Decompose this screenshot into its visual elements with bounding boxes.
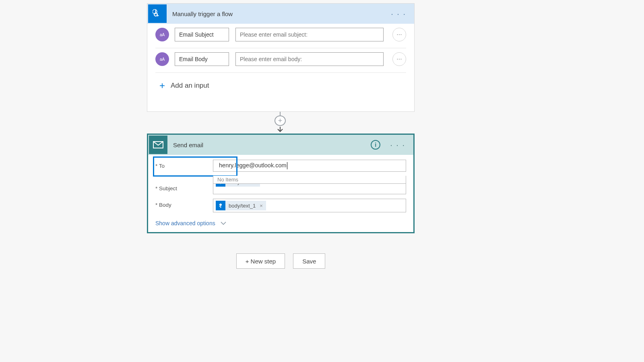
body-token[interactable]: body/text_1 × [216, 201, 266, 210]
action-card: Send email i · · · To henry.legge@outloo… [147, 134, 415, 233]
subject-input[interactable]: body/text × [213, 182, 406, 194]
bottom-actions: + New step Save [147, 245, 415, 269]
field-body: Body body/text_1 × [155, 199, 406, 212]
trigger-input-row-1: aA ··· [147, 48, 414, 66]
add-input-button[interactable]: + Add an input [159, 80, 414, 91]
input-name-0[interactable] [175, 28, 229, 41]
trigger-title: Manually trigger a flow [172, 10, 233, 17]
info-icon[interactable]: i [371, 140, 380, 150]
to-input[interactable]: henry.legge@outlook.com [213, 160, 406, 172]
trigger-input-row-0: aA ··· [147, 24, 414, 41]
new-step-button[interactable]: + New step [236, 253, 285, 269]
input-type-icon: aA [155, 28, 169, 41]
connector: + [274, 112, 287, 134]
input-row-menu-0[interactable]: ··· [392, 28, 406, 41]
token-icon [216, 201, 225, 210]
trigger-header[interactable]: Manually trigger a flow · · · [147, 4, 414, 24]
show-advanced-options[interactable]: Show advanced options [155, 220, 227, 226]
to-autocomplete-dropdown[interactable]: No Items [213, 176, 406, 184]
body-token-label: body/text_1 [229, 203, 256, 209]
field-subject-label: Subject [155, 182, 213, 191]
input-placeholder-1[interactable] [235, 52, 384, 66]
trigger-menu-icon[interactable]: · · · [391, 9, 406, 19]
input-type-icon: aA [155, 52, 169, 66]
trigger-card: Manually trigger a flow · · · aA ··· aA … [147, 3, 415, 112]
chevron-down-icon [220, 221, 227, 225]
field-body-label: Body [155, 199, 213, 208]
body-input[interactable]: body/text_1 × [213, 199, 406, 212]
insert-step-button[interactable]: + [275, 115, 286, 126]
field-subject: Subject body/text × [155, 182, 406, 194]
field-to-label: To [155, 160, 213, 169]
remove-token-icon[interactable]: × [260, 203, 263, 209]
input-name-1[interactable] [175, 52, 229, 66]
action-header[interactable]: Send email i · · · [148, 135, 413, 155]
action-menu-icon[interactable]: · · · [390, 140, 405, 150]
trigger-icon [148, 4, 167, 23]
mail-icon [149, 136, 167, 154]
action-title: Send email [173, 142, 203, 148]
advanced-label: Show advanced options [155, 220, 215, 226]
text-caret [287, 162, 287, 169]
arrow-down-icon [277, 125, 284, 134]
divider [155, 72, 406, 73]
add-input-label: Add an input [171, 82, 209, 90]
field-to: To henry.legge@outlook.com No Items [155, 160, 406, 172]
save-button[interactable]: Save [293, 253, 325, 269]
plus-icon: + [159, 80, 165, 91]
input-row-menu-1[interactable]: ··· [392, 52, 406, 66]
to-value: henry.legge@outlook.com [219, 162, 287, 169]
input-placeholder-0[interactable] [235, 28, 384, 41]
